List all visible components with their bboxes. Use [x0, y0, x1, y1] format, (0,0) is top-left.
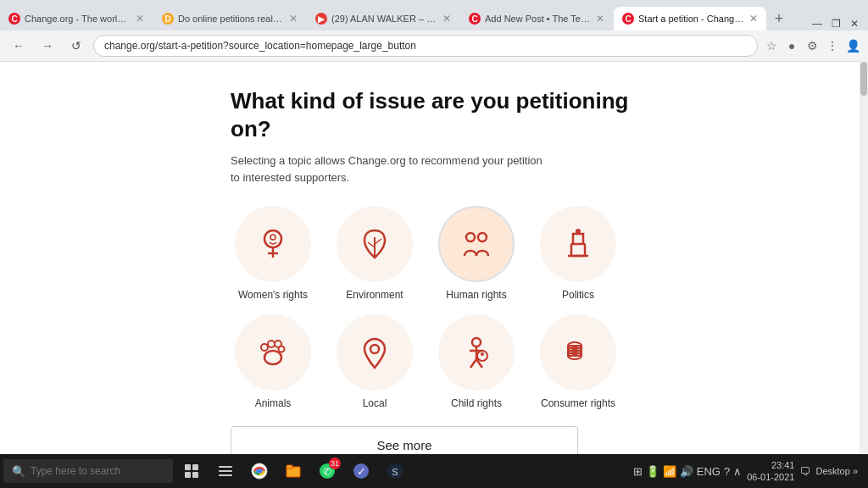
svg-text:✓: ✓: [357, 465, 366, 478]
help-icon[interactable]: ?: [724, 465, 730, 478]
see-more-button[interactable]: See more: [231, 426, 578, 455]
taskbar-view-icon[interactable]: [210, 456, 241, 486]
taskbar-search[interactable]: 🔍: [3, 459, 173, 483]
desktop-label[interactable]: Desktop »: [815, 466, 858, 476]
tab-close-icon[interactable]: ✕: [749, 13, 758, 25]
browser-chrome: C Change.org - The world's platfor ✕ D D…: [0, 0, 868, 62]
svg-point-14: [279, 347, 285, 352]
minimize-button[interactable]: —: [810, 17, 824, 30]
category-item-environment[interactable]: Environment: [332, 206, 417, 301]
tab-close-icon[interactable]: ✕: [289, 13, 298, 25]
page-content: What kind of issue are you petitioning o…: [0, 62, 868, 455]
category-circle-womens-rights: [235, 206, 311, 282]
taskbar-widgets-icon[interactable]: [176, 456, 207, 486]
tab-close-icon[interactable]: ✕: [442, 13, 451, 25]
taskbar: 🔍 ✆ 31 ✓ S ⊞ 🔋: [0, 454, 868, 488]
category-label-environment: Environment: [346, 289, 403, 301]
volume-icon[interactable]: 🔊: [680, 465, 693, 478]
extensions-icon[interactable]: ⚙: [804, 37, 821, 54]
page-title: What kind of issue are you petitioning o…: [231, 87, 637, 142]
system-icons: ⊞ 🔋 📶 🔊 ENG ? ∧: [633, 465, 742, 478]
taskbar-steam-icon[interactable]: S: [380, 456, 410, 486]
bookmark-icon[interactable]: ☆: [763, 37, 780, 54]
back-button[interactable]: ←: [7, 34, 31, 58]
svg-point-5: [466, 233, 475, 241]
search-input[interactable]: [31, 465, 158, 477]
windows-icon[interactable]: ⊞: [633, 465, 643, 478]
wifi-icon: 📶: [663, 465, 676, 478]
forward-button[interactable]: →: [36, 34, 59, 58]
taskbar-date: 06-01-2021: [747, 471, 794, 483]
maximize-button[interactable]: ❐: [829, 17, 843, 30]
category-circle-child-rights: [438, 314, 515, 391]
url-box[interactable]: change.org/start-a-petition?source_locat…: [93, 35, 758, 57]
search-icon: 🔍: [12, 465, 25, 478]
category-item-politics[interactable]: Politics: [536, 206, 620, 301]
category-item-local[interactable]: Local: [332, 314, 417, 409]
notification-badge: 31: [329, 458, 341, 469]
svg-rect-25: [192, 464, 198, 470]
svg-rect-29: [219, 470, 232, 472]
taskbar-explorer-icon[interactable]: [278, 456, 309, 486]
category-item-womens-rights[interactable]: Women's rights: [231, 206, 315, 301]
taskbar-chrome-icon[interactable]: [244, 456, 275, 486]
person-icon[interactable]: 👤: [844, 37, 861, 54]
scrollbar-thumb[interactable]: [860, 62, 867, 96]
tab-bar: C Change.org - The world's platfor ✕ D D…: [0, 0, 868, 30]
tab-label: Do online petitions really work?: [178, 14, 284, 24]
category-item-consumer-rights[interactable]: Consumer rights: [536, 314, 620, 409]
caret-icon[interactable]: ∧: [733, 465, 742, 478]
browser-tab-t3[interactable]: ▶ (29) ALAN WALKER – The S... ✕: [307, 7, 459, 30]
category-label-local: Local: [363, 397, 387, 409]
page-subtitle: Selecting a topic allows Change.org to r…: [231, 152, 553, 186]
reload-button[interactable]: ↺: [64, 34, 88, 58]
tab-label: Change.org - The world's platfor: [25, 14, 131, 24]
svg-point-12: [268, 341, 275, 347]
svg-point-15: [370, 345, 379, 353]
svg-rect-7: [571, 244, 585, 256]
category-label-human-rights: Human rights: [446, 289, 506, 301]
browser-tab-t1[interactable]: C Change.org - The world's platfor ✕: [0, 7, 153, 30]
address-bar-icons: ☆ ● ⚙ ⋮ 👤: [763, 37, 861, 54]
scrollbar-track[interactable]: [860, 61, 868, 454]
taskbar-todo-icon[interactable]: ✓: [346, 456, 376, 486]
svg-point-18: [481, 352, 484, 356]
language-text: ENG: [697, 465, 721, 478]
category-label-consumer-rights: Consumer rights: [541, 397, 615, 409]
svg-rect-34: [287, 465, 292, 469]
tab-close-icon[interactable]: ✕: [596, 13, 604, 25]
category-label-child-rights: Child rights: [451, 397, 502, 409]
category-circle-consumer-rights: [540, 314, 616, 391]
category-item-animals[interactable]: Animals: [231, 314, 315, 409]
close-button[interactable]: ✕: [848, 17, 861, 30]
browser-tab-t2[interactable]: D Do online petitions really work? ✕: [153, 7, 306, 30]
notification-icon[interactable]: 🗨: [799, 465, 810, 478]
menu-icon[interactable]: ⋮: [824, 37, 841, 54]
taskbar-whatsapp-icon[interactable]: ✆ 31: [312, 456, 342, 486]
svg-rect-24: [185, 464, 191, 470]
tab-close-icon[interactable]: ✕: [136, 13, 144, 25]
svg-point-0: [264, 230, 281, 247]
category-item-child-rights[interactable]: Child rights: [434, 314, 519, 409]
new-tab-button[interactable]: +: [767, 7, 791, 30]
category-circle-environment: [337, 206, 413, 282]
svg-rect-30: [219, 474, 232, 476]
categories-grid: Women's rights Environment Human rights …: [231, 206, 637, 409]
browser-tab-t5[interactable]: C Start a petition - Change.org ✕: [614, 7, 766, 30]
svg-point-6: [478, 233, 487, 241]
category-item-human-rights[interactable]: Human rights: [434, 206, 519, 301]
svg-point-16: [472, 338, 481, 347]
browser-tab-t4[interactable]: C Add New Post • The Tech Infinit... ✕: [460, 7, 613, 30]
category-label-animals: Animals: [255, 397, 292, 409]
tab-label: Add New Post • The Tech Infinit...: [485, 14, 591, 24]
svg-rect-26: [185, 472, 191, 478]
address-bar: ← → ↺ change.org/start-a-petition?source…: [0, 30, 868, 61]
category-circle-politics: [540, 206, 616, 282]
svg-point-11: [261, 344, 268, 351]
profile-icon[interactable]: ●: [783, 37, 800, 54]
category-label-politics: Politics: [562, 289, 594, 301]
tab-label: Start a petition - Change.org: [638, 14, 744, 24]
category-circle-local: [337, 314, 413, 391]
taskbar-right: ⊞ 🔋 📶 🔊 ENG ? ∧ 23:41 06-01-2021 🗨 Deskt…: [633, 459, 865, 484]
svg-rect-27: [192, 472, 198, 478]
